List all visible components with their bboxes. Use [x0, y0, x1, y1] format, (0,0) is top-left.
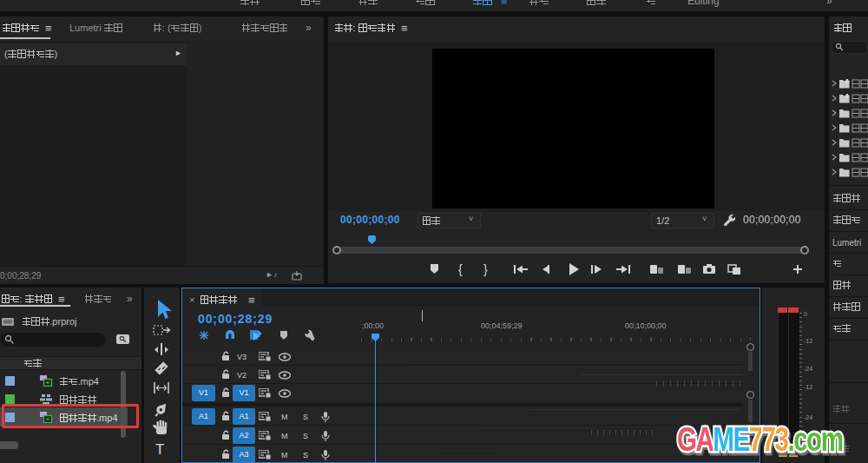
svg-text:}: }	[483, 262, 488, 276]
svg-text:T: T	[155, 441, 164, 458]
svg-text:{: {	[458, 262, 463, 276]
